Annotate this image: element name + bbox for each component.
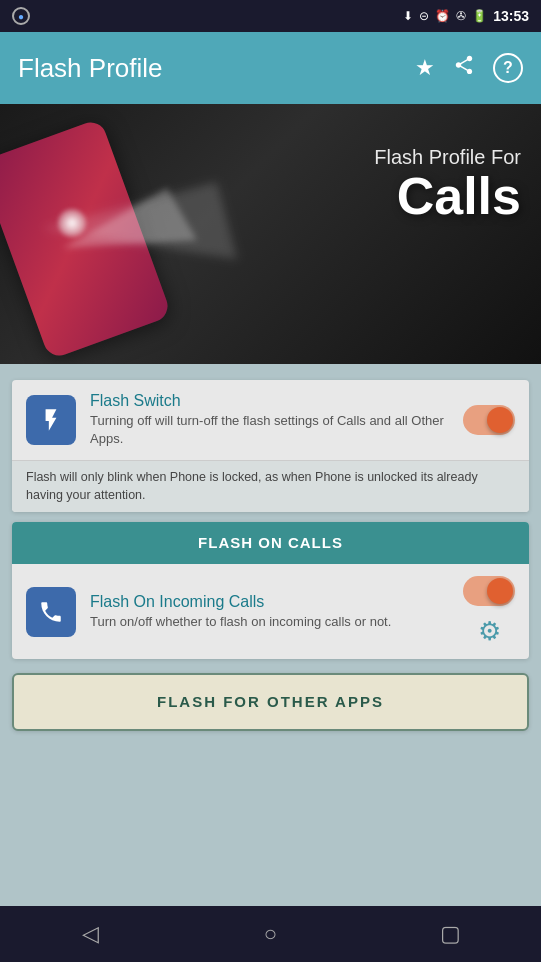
incoming-calls-row: Flash On Incoming Calls Turn on/off whet… xyxy=(12,564,529,659)
alarm-icon: ⏰ xyxy=(435,9,450,23)
banner: Flash Profile For Calls xyxy=(0,104,541,364)
star-button[interactable]: ★ xyxy=(415,55,435,81)
status-left-icons: ● xyxy=(12,7,30,25)
home-button[interactable]: ○ xyxy=(240,914,300,954)
flash-calls-header-text: FLASH ON CALLS xyxy=(198,534,343,551)
flash-switch-desc: Turning off will turn-off the flash sett… xyxy=(90,412,449,448)
status-right-icons: ⬇︎ ⊝ ⏰ ✇ 🔋 13:53 xyxy=(403,8,529,24)
flash-switch-row: Flash Switch Turning off will turn-off t… xyxy=(12,380,529,460)
incoming-calls-settings-gear[interactable]: ⚙ xyxy=(478,616,501,647)
bluetooth-icon: ⬇︎ xyxy=(403,9,413,23)
status-time: 13:53 xyxy=(493,8,529,24)
incoming-calls-text: Flash On Incoming Calls Turn on/off whet… xyxy=(90,593,449,631)
flash-switch-card: Flash Switch Turning off will turn-off t… xyxy=(12,380,529,512)
incoming-calls-title: Flash On Incoming Calls xyxy=(90,593,449,611)
incoming-calls-icon-box xyxy=(26,587,76,637)
incoming-calls-toggle-knob xyxy=(487,578,513,604)
banner-phone-image xyxy=(0,114,210,354)
incoming-calls-desc: Turn on/off whether to flash on incoming… xyxy=(90,613,449,631)
banner-text-container: Flash Profile For Calls xyxy=(374,144,521,222)
incoming-calls-toggle[interactable] xyxy=(463,576,515,606)
bottom-nav: ◁ ○ ▢ xyxy=(0,906,541,962)
banner-main-text: Calls xyxy=(374,170,521,222)
app-bar: Flash Profile ★ ? xyxy=(0,32,541,104)
flash-calls-header: FLASH ON CALLS xyxy=(12,522,529,564)
flash-calls-card: FLASH ON CALLS Flash On Incoming Calls T… xyxy=(12,522,529,659)
share-button[interactable] xyxy=(453,54,475,82)
flash-switch-toggle[interactable] xyxy=(463,405,515,435)
signal-icon: ✇ xyxy=(456,9,466,23)
battery-icon: 🔋 xyxy=(472,9,487,23)
status-bar: ● ⬇︎ ⊝ ⏰ ✇ 🔋 13:53 xyxy=(0,0,541,32)
lightning-icon xyxy=(38,407,64,433)
flash-switch-icon-box xyxy=(26,395,76,445)
incoming-calls-controls: ⚙ xyxy=(463,576,515,647)
app-title: Flash Profile xyxy=(18,53,163,84)
flash-switch-title: Flash Switch xyxy=(90,392,449,410)
flash-other-apps-button[interactable]: FLASH FOR OTHER APPS xyxy=(12,673,529,731)
recents-button[interactable]: ▢ xyxy=(421,914,481,954)
phone-icon xyxy=(38,599,64,625)
app-bar-actions: ★ ? xyxy=(415,53,523,83)
toggle-knob xyxy=(487,407,513,433)
flash-other-apps-label: FLASH FOR OTHER APPS xyxy=(157,693,384,710)
main-content: Flash Switch Turning off will turn-off t… xyxy=(0,364,541,751)
flash-switch-text: Flash Switch Turning off will turn-off t… xyxy=(90,392,449,448)
back-button[interactable]: ◁ xyxy=(60,914,120,954)
banner-subtitle: Flash Profile For xyxy=(374,144,521,170)
flash-switch-note: Flash will only blink when Phone is lock… xyxy=(12,460,529,512)
help-button[interactable]: ? xyxy=(493,53,523,83)
status-indicator: ● xyxy=(12,7,30,25)
bluetooth-icon2: ⊝ xyxy=(419,9,429,23)
